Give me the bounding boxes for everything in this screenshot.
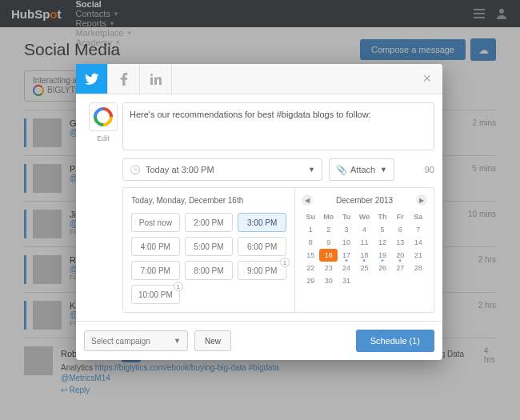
cal-next-button[interactable]: ▶ (416, 194, 427, 206)
tab-twitter[interactable] (76, 64, 108, 94)
cal-month: December 2013 (336, 196, 393, 205)
close-icon[interactable]: × (411, 64, 442, 94)
network-tabs: × (76, 64, 442, 94)
cal-day[interactable]: 11 (355, 236, 373, 249)
schedule-panel: Today, Monday, December 16th Post now2:0… (122, 187, 434, 313)
cal-day[interactable]: 24 (338, 262, 355, 274)
cal-day[interactable]: 20 (391, 249, 409, 262)
svg-rect-1 (150, 77, 153, 85)
clock-icon: 🕒 (130, 165, 141, 175)
cal-day[interactable]: 5 (374, 223, 391, 236)
campaign-placeholder: Select campaign (91, 337, 150, 346)
date-heading: Today, Monday, December 16th (131, 196, 286, 205)
cal-day[interactable]: 14 (410, 236, 427, 249)
time-slot-button[interactable]: 7:00 PM (131, 261, 180, 280)
schedule-button[interactable]: Schedule (1) (356, 330, 434, 352)
cal-day[interactable]: 19 (374, 249, 391, 262)
cal-day[interactable]: 27 (391, 262, 409, 274)
cal-day[interactable]: 3 (338, 223, 355, 236)
time-slot-button[interactable]: 5:00 PM (185, 237, 234, 256)
cal-day[interactable]: 4 (355, 223, 373, 236)
chevron-down-icon: ▼ (308, 166, 315, 174)
schedule-value: Today at 3:00 PM (146, 165, 214, 174)
time-slot-button[interactable]: 4:00 PM (131, 237, 180, 256)
time-slot-button[interactable]: 8:00 PM (185, 261, 234, 280)
cal-day[interactable]: 18 (355, 249, 373, 262)
calendar: ◀ December 2013 ▶ SuMoTuWeThFrSa12345678… (294, 188, 434, 312)
cal-day[interactable]: 1 (302, 223, 319, 236)
cal-day[interactable]: 28 (410, 262, 427, 274)
chevron-down-icon: ▼ (174, 337, 181, 345)
cal-day[interactable]: 13 (391, 236, 409, 249)
compose-modal: × Edit 🕒 Today at 3:00 PM ▼ 📎 Attach ▼ 9… (76, 64, 442, 360)
cal-day[interactable]: 23 (319, 262, 337, 274)
cal-day[interactable]: 8 (302, 236, 319, 249)
cal-day[interactable]: 25 (355, 262, 373, 274)
tab-linkedin[interactable] (140, 64, 172, 94)
cal-dow: Mo (319, 210, 337, 223)
cal-day[interactable]: 12 (374, 236, 391, 249)
cal-dow: Sa (410, 210, 427, 223)
time-slot-button[interactable]: 6:00 PM (238, 237, 286, 256)
cal-day[interactable]: 30 (319, 274, 337, 287)
attach-icon: 📎 (336, 165, 347, 175)
cal-day[interactable]: 21 (410, 249, 427, 262)
cal-day[interactable]: 7 (410, 223, 427, 236)
cal-day[interactable]: 22 (302, 262, 319, 274)
compose-textarea[interactable] (122, 102, 434, 150)
cal-dow: Su (302, 210, 319, 223)
cal-day[interactable]: 29 (302, 274, 319, 287)
account-avatar[interactable] (89, 102, 118, 131)
time-slot-button[interactable]: Post now (131, 213, 180, 232)
cal-dow: Fr (391, 210, 409, 223)
attach-label: Attach (350, 165, 375, 174)
time-slot-button[interactable]: 2:00 PM (185, 213, 234, 232)
char-count: 90 (401, 158, 434, 181)
cal-day[interactable]: 26 (374, 262, 391, 274)
cal-dow: Th (374, 210, 391, 223)
cal-day[interactable]: 16 (319, 249, 337, 262)
edit-account-link[interactable]: Edit (84, 134, 122, 142)
cal-dow: We (355, 210, 373, 223)
cal-day[interactable]: 10 (338, 236, 355, 249)
cal-day[interactable]: 15 (302, 249, 319, 262)
attach-dropdown[interactable]: 📎 Attach ▼ (329, 158, 394, 181)
cal-day[interactable]: 31 (338, 274, 355, 287)
cal-dow: Tu (338, 210, 355, 223)
time-slot-button[interactable]: 3:00 PM (238, 213, 286, 232)
cal-day[interactable]: 9 (319, 236, 337, 249)
tab-facebook[interactable] (108, 64, 140, 94)
new-campaign-button[interactable]: New (194, 330, 231, 351)
cal-day[interactable]: 6 (391, 223, 409, 236)
cal-day[interactable]: 17 (338, 249, 355, 262)
chevron-down-icon: ▼ (380, 166, 387, 174)
schedule-dropdown[interactable]: 🕒 Today at 3:00 PM ▼ (122, 158, 322, 181)
cal-day[interactable]: 2 (319, 223, 337, 236)
campaign-select[interactable]: Select campaign ▼ (84, 330, 188, 351)
time-slot-button[interactable]: 10:00 PM1 (131, 285, 180, 304)
cal-prev-button[interactable]: ◀ (302, 194, 313, 206)
svg-point-2 (150, 74, 153, 76)
time-slot-button[interactable]: 9:00 PM1 (238, 261, 286, 280)
